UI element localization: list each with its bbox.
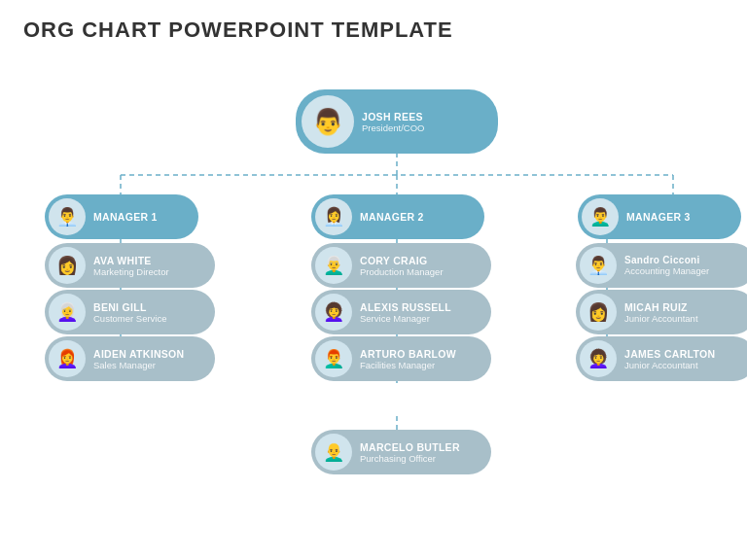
node-micah: 👩 MICAH RUIZ Junior Accountant: [576, 290, 747, 334]
node-title-alexis: Service Manager: [360, 313, 451, 324]
node-arturo: 👨‍🦰 ARTURO BARLOW Facilities Manager: [311, 336, 491, 381]
node-cory: 👨‍🦳 CORY CRAIG Production Manager: [311, 243, 491, 288]
node-text-sandro: Sandro Cicconi Accounting Manager: [624, 255, 709, 276]
node-name-alexis: ALEXIS RUSSELL: [360, 301, 451, 313]
node-name-ava: AVA WHITE: [93, 255, 169, 266]
org-chart: 👨 JOSH REES President/COO 👨‍💼 MANAGER 1 …: [23, 60, 724, 537]
avatar-cory: 👨‍🦳: [315, 247, 352, 284]
node-text-alexis: ALEXIS RUSSELL Service Manager: [360, 301, 451, 324]
node-name-cory: CORY CRAIG: [360, 255, 444, 266]
node-alexis: 👩‍🦱 ALEXIS RUSSELL Service Manager: [311, 290, 491, 334]
avatar-mgr3: 👨‍🦱: [582, 198, 619, 235]
node-ava: 👩 AVA WHITE Marketing Director: [45, 243, 215, 288]
node-sandro: 👨‍💼 Sandro Cicconi Accounting Manager: [576, 243, 747, 288]
avatar-alexis: 👩‍🦱: [315, 294, 352, 331]
node-text-ceo: JOSH REES President/COO: [362, 111, 424, 133]
node-name-james: JAMES CARLTON: [624, 348, 715, 360]
node-mgr3: 👨‍🦱 MANAGER 3: [578, 194, 741, 239]
node-title-micah: Junior Accountant: [624, 313, 698, 324]
avatar-aiden: 👩‍🦰: [49, 340, 86, 377]
node-james: 👩‍🦱 JAMES CARLTON Junior Accountant: [576, 336, 747, 381]
node-beni: 👩‍🦳 BENI GILL Customer Service: [45, 290, 215, 334]
node-name-micah: MICAH RUIZ: [624, 301, 698, 313]
avatar-ceo: 👨: [302, 95, 354, 148]
node-name-marcelo: MARCELO BUTLER: [360, 441, 460, 453]
node-text-micah: MICAH RUIZ Junior Accountant: [624, 301, 698, 324]
avatar-james: 👩‍🦱: [580, 340, 617, 377]
node-ceo: 👨 JOSH REES President/COO: [296, 89, 498, 154]
node-mgr2: 👩‍💼 MANAGER 2: [311, 194, 484, 239]
node-aiden: 👩‍🦰 AIDEN ATKINSON Sales Manager: [45, 336, 215, 381]
node-text-beni: BENI GILL Customer Service: [93, 301, 167, 324]
node-title-ceo: President/COO: [362, 122, 424, 133]
node-name-ceo: JOSH REES: [362, 111, 424, 122]
node-mgr1: 👨‍💼 MANAGER 1: [45, 194, 198, 239]
node-name-mgr2: MANAGER 2: [360, 211, 424, 223]
node-name-sandro: Sandro Cicconi: [624, 255, 709, 265]
node-text-arturo: ARTURO BARLOW Facilities Manager: [360, 348, 456, 370]
node-text-ava: AVA WHITE Marketing Director: [93, 255, 169, 277]
node-text-mgr1: MANAGER 1: [93, 211, 158, 223]
node-title-james: Junior Accountant: [624, 360, 715, 370]
node-name-beni: BENI GILL: [93, 301, 167, 313]
node-text-marcelo: MARCELO BUTLER Purchasing Officer: [360, 441, 460, 464]
node-marcelo: 👨‍🦲 MARCELO BUTLER Purchasing Officer: [311, 430, 491, 474]
node-title-marcelo: Purchasing Officer: [360, 453, 460, 464]
avatar-mgr1: 👨‍💼: [49, 198, 86, 235]
avatar-arturo: 👨‍🦰: [315, 340, 352, 377]
page: ORG CHART POWERPOINT TEMPLATE: [0, 0, 747, 560]
avatar-sandro: 👨‍💼: [580, 247, 617, 284]
node-title-aiden: Sales Manager: [93, 360, 184, 370]
node-text-cory: CORY CRAIG Production Manager: [360, 255, 444, 277]
node-text-james: JAMES CARLTON Junior Accountant: [624, 348, 715, 370]
avatar-mgr2: 👩‍💼: [315, 198, 352, 235]
node-name-mgr3: MANAGER 3: [626, 211, 691, 223]
node-name-mgr1: MANAGER 1: [93, 211, 158, 223]
avatar-ava: 👩: [49, 247, 86, 284]
avatar-beni: 👩‍🦳: [49, 294, 86, 331]
node-title-cory: Production Manager: [360, 266, 444, 277]
node-title-sandro: Accounting Manager: [624, 265, 709, 276]
node-title-ava: Marketing Director: [93, 266, 169, 277]
node-name-arturo: ARTURO BARLOW: [360, 348, 456, 360]
avatar-micah: 👩: [580, 294, 617, 331]
node-text-mgr2: MANAGER 2: [360, 211, 424, 223]
node-title-arturo: Facilities Manager: [360, 360, 456, 370]
node-text-aiden: AIDEN ATKINSON Sales Manager: [93, 348, 184, 370]
avatar-marcelo: 👨‍🦲: [315, 434, 352, 471]
node-name-aiden: AIDEN ATKINSON: [93, 348, 184, 360]
node-text-mgr3: MANAGER 3: [626, 211, 691, 223]
page-title: ORG CHART POWERPOINT TEMPLATE: [23, 18, 724, 43]
node-title-beni: Customer Service: [93, 313, 167, 324]
